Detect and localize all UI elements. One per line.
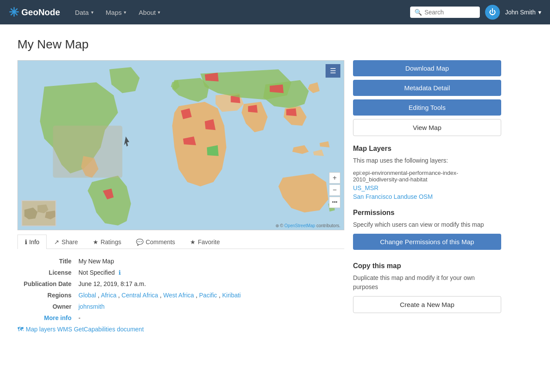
search-input[interactable] bbox=[424, 9, 475, 16]
brand-name: GeoNode bbox=[21, 7, 60, 17]
search-box[interactable]: 🔍 bbox=[410, 7, 480, 18]
openstreetmap-link[interactable]: OpenStreetMap bbox=[285, 223, 316, 228]
sidebar: Download Map Metadata Detail Editing Too… bbox=[353, 60, 501, 325]
permissions-section: Permissions Specify which users can view… bbox=[353, 209, 501, 253]
zoom-out-button[interactable]: − bbox=[329, 184, 340, 196]
svg-rect-1 bbox=[53, 126, 122, 177]
chevron-down-icon: ▾ bbox=[91, 10, 94, 15]
map-attribution: ⊛ © OpenStreetMap contributors. bbox=[275, 223, 340, 228]
brand-logo[interactable]: ✳ GeoNode bbox=[9, 5, 60, 20]
search-icon: 🔍 bbox=[414, 9, 422, 16]
tab-comments[interactable]: 💬 Comments bbox=[129, 235, 183, 249]
map-section: ☰ + − ••• ⊛ © OpenS bbox=[17, 60, 344, 341]
region-global[interactable]: Global bbox=[78, 292, 96, 299]
nav-maps[interactable]: Maps ▾ bbox=[100, 0, 133, 24]
layer-text: epi:epi-environmental-performance-index-… bbox=[353, 170, 501, 183]
info-row-license: License Not Specified ℹ bbox=[17, 269, 344, 276]
region-pacific[interactable]: Pacific bbox=[199, 292, 217, 299]
info-row-date: Publication Date June 12, 2019, 8:17 a.m… bbox=[17, 280, 344, 287]
map-thumbnail bbox=[21, 200, 56, 226]
info-row-owner: Owner johnsmith bbox=[17, 303, 344, 310]
permissions-title: Permissions bbox=[353, 209, 501, 217]
info-row-more: More info - bbox=[17, 314, 344, 321]
share-icon: ↗ bbox=[54, 239, 59, 245]
layer-sf-landuse[interactable]: San Francisco Landuse OSM bbox=[353, 193, 501, 200]
map-controls: + − ••• bbox=[329, 172, 340, 208]
info-icon: ℹ bbox=[25, 239, 27, 245]
tab-share[interactable]: ↗ Share bbox=[47, 235, 85, 249]
map-icon: 🗺 bbox=[17, 326, 24, 333]
brand-icon: ✳ bbox=[9, 5, 19, 20]
layer-us-msr[interactable]: US_MSR bbox=[353, 184, 501, 191]
main-content: My New Map bbox=[0, 24, 550, 355]
map-layers-desc: This map uses the following layers: bbox=[353, 156, 501, 165]
content-layout: ☰ + − ••• ⊛ © OpenS bbox=[17, 60, 533, 341]
info-row-regions: Regions Global , Africa , Central Africa… bbox=[17, 292, 344, 299]
wms-link[interactable]: 🗺 Map layers WMS GetCapabilities documen… bbox=[17, 326, 344, 333]
star-icon: ★ bbox=[93, 239, 98, 245]
tab-ratings[interactable]: ★ Ratings bbox=[85, 235, 129, 249]
wms-link-row: 🗺 Map layers WMS GetCapabilities documen… bbox=[17, 326, 344, 333]
view-map-button[interactable]: View Map bbox=[353, 119, 501, 136]
username: John Smith bbox=[505, 9, 536, 16]
navbar-right: 🔍 ⏻ John Smith ▾ bbox=[410, 5, 541, 20]
tab-info[interactable]: ℹ Info bbox=[17, 235, 47, 249]
map-layers-section: Map Layers This map uses the following l… bbox=[353, 145, 501, 200]
more-info-link[interactable]: More info bbox=[44, 314, 71, 321]
map-menu-button[interactable]: ☰ bbox=[326, 64, 340, 78]
comment-icon: 💬 bbox=[136, 239, 143, 245]
permissions-desc: Specify which users can view or modify t… bbox=[353, 220, 501, 229]
favorite-icon: ★ bbox=[190, 239, 196, 245]
info-icon-small: ℹ bbox=[119, 269, 121, 276]
copy-map-title: Copy this map bbox=[353, 262, 501, 270]
nav-data[interactable]: Data ▾ bbox=[69, 0, 100, 24]
chevron-down-icon: ▾ bbox=[158, 10, 160, 15]
region-kiribati[interactable]: Kiribati bbox=[222, 292, 241, 299]
download-map-button[interactable]: Download Map bbox=[353, 60, 501, 76]
copy-map-section: Copy this map Duplicate this map and mod… bbox=[353, 262, 501, 317]
user-menu[interactable]: John Smith ▾ bbox=[505, 9, 541, 16]
power-icon[interactable]: ⏻ bbox=[485, 5, 500, 20]
metadata-detail-button[interactable]: Metadata Detail bbox=[353, 80, 501, 96]
change-permissions-button[interactable]: Change Permissions of this Map bbox=[353, 234, 501, 250]
map-svg bbox=[18, 61, 344, 230]
info-panel: Title My New Map License Not Specified ℹ… bbox=[17, 249, 344, 341]
map-wrapper[interactable]: ☰ + − ••• ⊛ © OpenS bbox=[17, 60, 344, 230]
map-layers-title: Map Layers bbox=[353, 145, 501, 153]
nav-about[interactable]: About ▾ bbox=[132, 0, 166, 24]
page-title: My New Map bbox=[17, 37, 533, 51]
navbar: ✳ GeoNode Data ▾ Maps ▾ About ▾ 🔍 ⏻ John… bbox=[0, 0, 550, 24]
zoom-in-button[interactable]: + bbox=[329, 172, 340, 184]
info-row-title: Title My New Map bbox=[17, 258, 344, 265]
map-more-button[interactable]: ••• bbox=[329, 197, 340, 208]
editing-tools-button[interactable]: Editing Tools bbox=[353, 99, 501, 116]
region-west-africa[interactable]: West Africa bbox=[163, 292, 194, 299]
region-central-africa[interactable]: Central Africa bbox=[122, 292, 158, 299]
create-new-map-button[interactable]: Create a New Map bbox=[353, 296, 501, 313]
owner-link[interactable]: johnsmith bbox=[78, 303, 105, 310]
user-chevron-icon: ▾ bbox=[538, 9, 541, 16]
chevron-down-icon: ▾ bbox=[124, 10, 126, 15]
copy-map-desc: Duplicate this map and modify it for you… bbox=[353, 273, 501, 292]
region-africa[interactable]: Africa bbox=[101, 292, 116, 299]
tab-favorite[interactable]: ★ Favorite bbox=[183, 235, 227, 249]
tabs: ℹ Info ↗ Share ★ Ratings 💬 Comments ★ bbox=[17, 235, 344, 249]
